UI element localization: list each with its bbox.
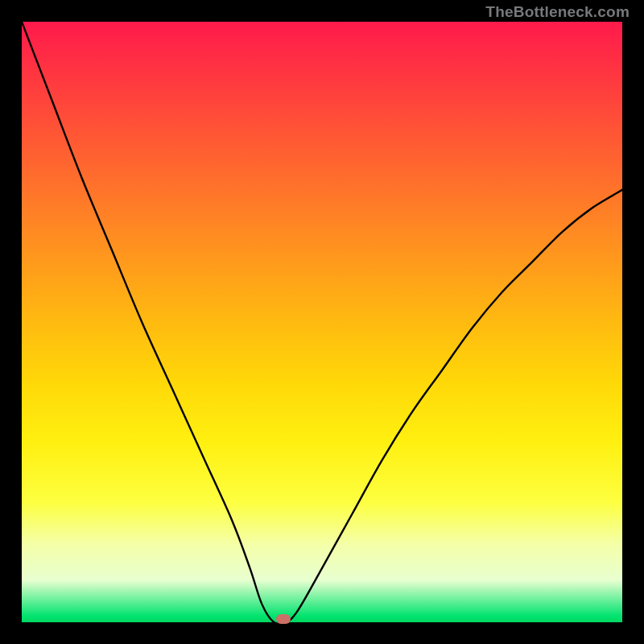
bottleneck-curve xyxy=(22,22,622,622)
optimal-point-marker xyxy=(276,614,291,624)
watermark-text: TheBottleneck.com xyxy=(485,3,630,21)
chart-container: TheBottleneck.com xyxy=(0,0,644,644)
